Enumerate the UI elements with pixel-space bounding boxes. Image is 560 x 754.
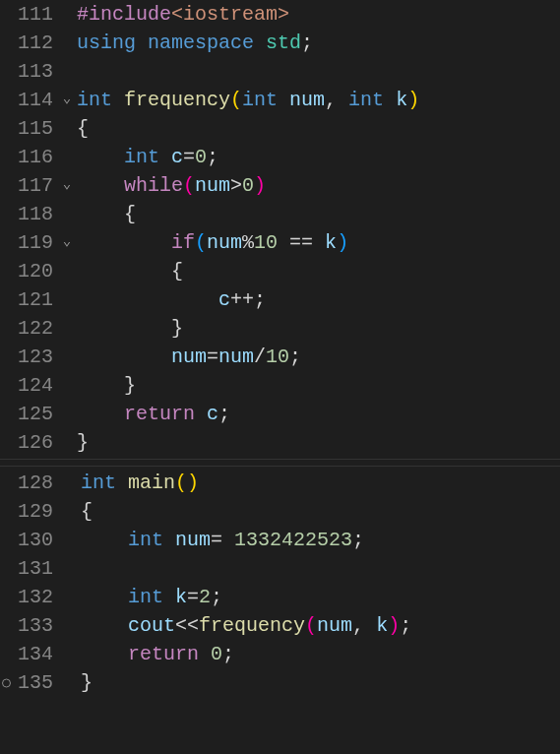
token-punc: ; [222, 643, 234, 665]
token-punc [77, 346, 171, 368]
code-line[interactable]: 113 [0, 57, 560, 86]
code-line[interactable]: 124 } [0, 371, 560, 400]
token-num: 0 [211, 643, 222, 665]
line-number: 123 [0, 343, 57, 371]
code-content[interactable]: } [81, 668, 560, 697]
token-fn: frequency [124, 89, 230, 111]
code-line[interactable]: 121 c++; [0, 285, 560, 314]
code-content[interactable]: } [77, 428, 560, 457]
code-content[interactable]: } [77, 371, 560, 400]
code-content[interactable]: int main() [81, 469, 560, 497]
code-line[interactable]: 120 { [0, 257, 560, 285]
token-kw: int [348, 89, 396, 111]
code-line[interactable]: 119⌄ if(num%10 == k) [0, 228, 560, 257]
fold-spacer [57, 400, 77, 403]
token-punc: ; [352, 529, 364, 551]
code-content[interactable]: if(num%10 == k) [77, 228, 560, 257]
fold-spacer [57, 371, 77, 374]
code-line[interactable]: 118 { [0, 200, 560, 228]
fold-spacer [61, 554, 81, 557]
token-paren: ( [305, 614, 317, 637]
folded-region-indicator [0, 459, 560, 467]
line-number: 130 [0, 526, 61, 554]
code-line[interactable]: 128int main() [0, 469, 560, 497]
fold-chevron-icon[interactable]: ⌄ [57, 171, 77, 194]
code-editor[interactable]: 111#include<iostream>112using namespace … [0, 0, 560, 697]
line-number: 111 [0, 0, 57, 29]
code-line[interactable]: 112using namespace std; [0, 29, 560, 57]
token-punc [81, 643, 128, 665]
token-var: num [207, 231, 242, 254]
token-punc: } [77, 317, 183, 340]
line-number: 116 [0, 143, 57, 171]
token-op: / [254, 346, 266, 368]
token-op: % [242, 231, 254, 254]
token-op: = [211, 529, 234, 551]
code-content[interactable]: int k=2; [81, 583, 560, 611]
fold-spacer [57, 285, 77, 288]
code-content[interactable]: int frequency(int num, int k) [77, 86, 560, 114]
code-content[interactable]: using namespace std; [77, 29, 560, 57]
code-content[interactable]: cout<<frequency(num, k); [81, 611, 560, 640]
code-content[interactable]: while(num>0) [77, 171, 560, 200]
code-content[interactable]: { [77, 257, 560, 285]
code-content[interactable]: c++; [77, 285, 560, 314]
fold-spacer [57, 314, 77, 317]
code-content[interactable]: } [77, 314, 560, 343]
token-punc: { [81, 500, 93, 523]
token-punc: , [352, 614, 376, 637]
code-content[interactable]: #include<iostream> [77, 0, 560, 29]
code-line[interactable]: 132 int k=2; [0, 583, 560, 611]
token-pp: #include [77, 3, 171, 26]
code-content[interactable]: return 0; [81, 640, 560, 668]
code-line[interactable]: 111#include<iostream> [0, 0, 560, 29]
token-kw2: if [171, 231, 195, 254]
token-var: num [218, 346, 254, 368]
token-punc: , [325, 89, 348, 111]
code-content[interactable]: { [77, 114, 560, 143]
code-line[interactable]: 133 cout<<frequency(num, k); [0, 611, 560, 640]
line-number: 115 [0, 114, 57, 143]
code-content[interactable]: return c; [77, 400, 560, 428]
fold-chevron-icon[interactable]: ⌄ [57, 86, 77, 108]
token-op: << [175, 614, 199, 637]
code-line[interactable]: 125 return c; [0, 400, 560, 428]
line-number: 135 [0, 668, 61, 697]
token-punc: ; [218, 403, 230, 425]
token-num: 1332422523 [234, 529, 352, 551]
line-number: 134 [0, 640, 61, 668]
token-var: k [325, 231, 337, 254]
token-paren: ) [388, 614, 400, 637]
token-op: = [207, 346, 218, 368]
token-punc [81, 586, 128, 608]
line-number: 117 [0, 171, 57, 200]
code-content[interactable]: int c=0; [77, 143, 560, 171]
code-content[interactable]: num=num/10; [77, 343, 560, 371]
code-line[interactable]: 122 } [0, 314, 560, 343]
line-number: 125 [0, 400, 57, 428]
code-line[interactable]: 123 num=num/10; [0, 343, 560, 371]
token-var: num [195, 174, 230, 197]
fold-spacer [57, 200, 77, 203]
token-punc: ; [207, 146, 218, 168]
code-line[interactable]: 134 return 0; [0, 640, 560, 668]
code-line[interactable]: 130 int num= 1332422523; [0, 526, 560, 554]
code-line[interactable]: 114⌄int frequency(int num, int k) [0, 86, 560, 114]
code-line[interactable]: 116 int c=0; [0, 143, 560, 171]
code-line[interactable]: 131 [0, 554, 560, 583]
line-number: 114 [0, 86, 57, 114]
code-line[interactable]: 115{ [0, 114, 560, 143]
code-content[interactable]: { [77, 200, 560, 228]
line-number: 124 [0, 371, 57, 400]
line-number: 120 [0, 257, 57, 285]
code-line[interactable]: 117⌄ while(num>0) [0, 171, 560, 200]
line-number: 113 [0, 57, 57, 86]
code-content[interactable]: { [81, 497, 560, 526]
fold-chevron-icon[interactable]: ⌄ [57, 228, 77, 251]
fold-spacer [61, 640, 81, 643]
token-var: k [376, 614, 388, 637]
code-line[interactable]: 129{ [0, 497, 560, 526]
code-content[interactable]: int num= 1332422523; [81, 526, 560, 554]
code-line[interactable]: 135} [0, 668, 560, 697]
code-line[interactable]: 126} [0, 428, 560, 457]
